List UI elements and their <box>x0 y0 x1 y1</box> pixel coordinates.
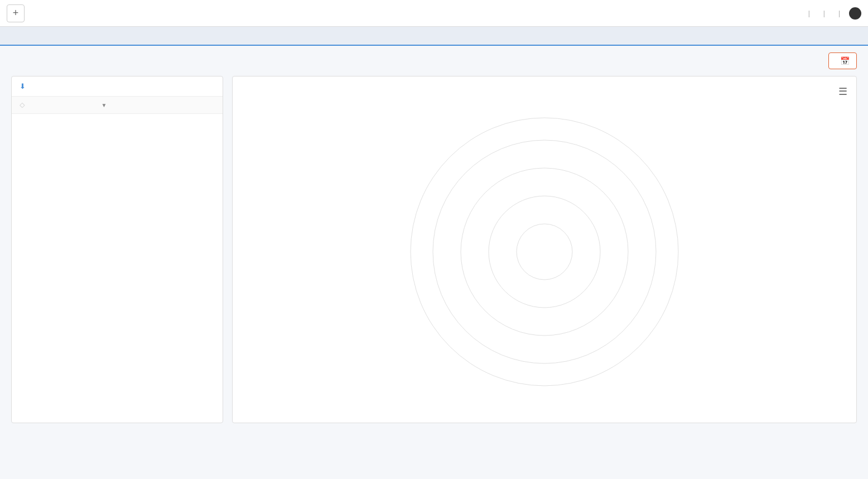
date-bar: 📅 <box>0 46 868 76</box>
csv-download-button[interactable]: ⬇ <box>12 76 223 97</box>
calendar-icon: 📅 <box>840 56 850 65</box>
sort-arrow-icon: ▼ <box>101 102 107 108</box>
svg-point-1 <box>489 196 600 308</box>
add-tab-button[interactable]: + <box>7 4 25 22</box>
right-panel: ☰ <box>232 76 857 423</box>
date-range-picker[interactable]: 📅 <box>828 52 857 69</box>
top-bar-meta: | | | <box>799 7 861 20</box>
present-col-header[interactable]: ▼ <box>95 97 171 114</box>
left-panel: ⬇ ◇ ▼ <box>11 76 223 423</box>
chart-menu-icon[interactable]: ☰ <box>838 85 847 98</box>
svg-point-4 <box>411 118 678 386</box>
svg-point-0 <box>517 224 572 280</box>
sort-icon: ◇ <box>20 101 25 109</box>
feature-col-header: ◇ <box>12 97 95 114</box>
main-content: ⬇ ◇ ▼ <box>0 76 868 434</box>
svg-point-2 <box>461 168 628 336</box>
actions-col-header <box>172 97 223 114</box>
search-term-badge[interactable] <box>849 7 861 20</box>
top-bar: + | | | <box>0 0 868 27</box>
download-icon: ⬇ <box>20 82 26 90</box>
feature-table: ◇ ▼ <box>12 97 223 114</box>
svg-point-3 <box>433 140 656 363</box>
radar-chart <box>242 90 847 414</box>
page-header <box>0 27 868 46</box>
